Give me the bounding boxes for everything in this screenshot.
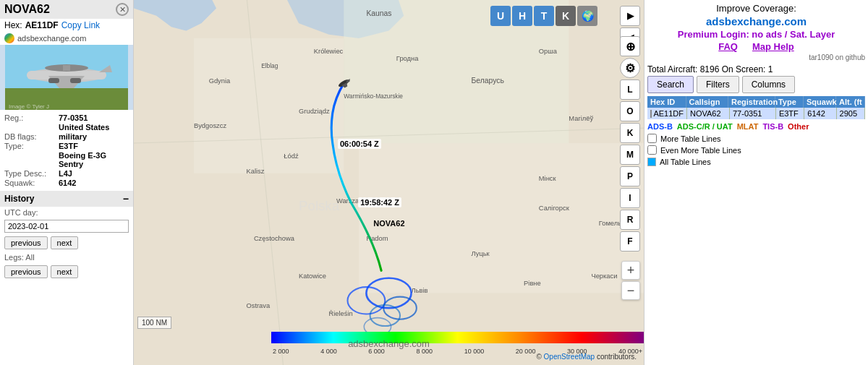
even-more-table-lines-row: Even More Table Lines [647, 145, 865, 155]
squawk-value: 6142 [59, 179, 76, 187]
osm-contributors: contributors. [595, 353, 637, 361]
svg-text:Warmińsko-Mazurskie: Warmińsko-Mazurskie [344, 93, 403, 100]
svg-text:Магілёў: Магілёў [569, 115, 593, 122]
alt-5: 20 000 [516, 348, 536, 355]
aircraft-header: NOVA62 ✕ [0, 0, 133, 19]
date-input[interactable] [4, 220, 129, 233]
all-table-lines-label: All Table Lines [660, 158, 711, 166]
btn-i-map[interactable]: I [620, 188, 640, 208]
legs-label: Legs: All [0, 252, 133, 263]
zoom-out-button[interactable]: − [621, 281, 640, 300]
td-squawk: 6142 [804, 108, 836, 119]
search-button[interactable]: Search [647, 76, 694, 93]
svg-text:Katowice: Katowice [299, 272, 326, 280]
premium-line: Premium Login: no ads / Sat. Layer [647, 29, 865, 40]
td-type: E3TF [776, 108, 804, 119]
btn-r-map[interactable]: R [620, 210, 640, 230]
more-table-lines-checkbox[interactable] [647, 134, 657, 143]
more-table-lines-label: More Table Lines [660, 134, 721, 143]
layers-icon-button[interactable]: ⊕ [620, 36, 640, 56]
svg-rect-7 [63, 65, 70, 71]
aircraft-title: NOVA62 [4, 3, 50, 16]
country-label [4, 123, 59, 132]
adsbexchange-link[interactable]: adsbexchange.com [647, 15, 865, 27]
next-button[interactable]: next [51, 236, 79, 249]
map-area[interactable]: Kaunas Gdynia Elblag Królewiec Bydgoszcz… [134, 0, 644, 365]
reg-value: 77-0351 [59, 113, 88, 122]
type-value: E3TF [59, 142, 78, 150]
btn-u[interactable]: U [490, 6, 511, 26]
history-header: History − [0, 191, 133, 207]
zoom-in-button[interactable]: + [621, 261, 640, 280]
td-registration: 77-0351 [730, 108, 776, 119]
svg-text:Рівне: Рівне [524, 280, 541, 287]
map-watermark: adsbexchange.com [348, 338, 430, 349]
svg-text:Салігорск: Салігорск [539, 205, 570, 212]
faq-help: FAQ Map Help [647, 41, 865, 52]
type-name-row: Boeing E-3G Sentry [4, 151, 129, 168]
faq-link[interactable]: FAQ [718, 41, 738, 52]
history-collapse-button[interactable]: − [123, 193, 129, 205]
map-help-link[interactable]: Map Help [752, 41, 794, 52]
arrow-right-button[interactable]: ▶ [620, 6, 640, 26]
svg-text:Луцьк: Луцьк [472, 250, 490, 257]
source-text: adsbexchange.com [17, 34, 86, 43]
columns-button[interactable]: Columns [742, 76, 795, 93]
hex-label: Hex: [4, 20, 22, 30]
btn-t[interactable]: T [534, 6, 554, 26]
svg-text:Беларусь: Беларусь [472, 77, 504, 85]
history-label: History [4, 194, 34, 204]
btn-l-map[interactable]: L [620, 80, 640, 100]
btn-h[interactable]: H [512, 6, 532, 26]
osm-text: © [536, 353, 543, 361]
osm-link[interactable]: OpenStreetMap [544, 353, 595, 361]
gear-button[interactable]: ⚙ [620, 58, 640, 78]
scale-label: 100 NM [142, 319, 167, 327]
svg-rect-12 [194, 38, 344, 173]
globe-btn[interactable]: 🌍 [577, 6, 597, 26]
google-icon [4, 33, 14, 43]
previous-button[interactable]: previous [4, 236, 48, 249]
letter-buttons: ⊕ ⚙ L O K M P I R F [620, 36, 640, 252]
alt-4: 10 000 [464, 348, 485, 355]
btn-p-map[interactable]: P [620, 166, 640, 186]
filters-button[interactable]: Filters [697, 76, 739, 93]
btn-k[interactable]: K [556, 6, 576, 26]
th-callsign: Callsign [686, 96, 728, 108]
svg-text:Bydgoszcz: Bydgoszcz [194, 122, 226, 129]
svg-text:Image © Tyler J: Image © Tyler J [9, 103, 49, 110]
squawk-row: Squawk: 6142 [4, 179, 129, 187]
legs-previous-button[interactable]: previous [4, 265, 48, 278]
btn-k-map[interactable]: K [620, 123, 640, 143]
legs-next-button[interactable]: next [51, 265, 79, 278]
svg-rect-8 [48, 78, 59, 83]
scale-bar: 100 NM [137, 317, 171, 329]
toolbar-row: Search Filters Columns [647, 76, 865, 93]
svg-rect-9 [70, 78, 81, 83]
table-data-row[interactable]: AE11DF NOVA62 77-0351 E3TF 6142 2905 [647, 108, 865, 119]
stats-line: Total Aircraft: 8196 On Screen: 1 [647, 64, 865, 74]
legend-mlat: MLAT [737, 122, 759, 131]
premium-link[interactable]: Premium Login: no ads / Sat. Layer [678, 29, 835, 40]
btn-o-map[interactable]: O [620, 101, 640, 121]
legend-adsb: ADS-B [647, 122, 673, 131]
svg-text:Kaunas: Kaunas [366, 9, 391, 17]
svg-text:Мінск: Мінск [539, 175, 557, 182]
btn-f-map[interactable]: F [620, 231, 640, 252]
btn-m-map[interactable]: M [620, 145, 640, 165]
details-table: Reg.: 77-0351 United States DB flags: mi… [0, 110, 133, 191]
dbflags-label: DB flags: [4, 132, 59, 141]
hex-line: Hex: AE11DF Copy Link [0, 19, 133, 32]
copy-link[interactable]: Copy Link [61, 20, 100, 30]
tar-link[interactable]: tar1090 on github [647, 53, 865, 61]
svg-text:Elblag: Elblag [261, 62, 278, 69]
checkboxes: More Table Lines Even More Table Lines [647, 134, 865, 155]
svg-rect-14 [359, 143, 644, 293]
svg-text:Kalisz: Kalisz [247, 168, 265, 175]
all-table-lines-color [647, 158, 656, 166]
source-line: adsbexchange.com [0, 32, 133, 45]
typedesc-row: Type Desc.: L4J [4, 169, 129, 178]
close-button[interactable]: ✕ [116, 3, 129, 16]
td-hex: AE11DF [647, 108, 687, 119]
even-more-table-lines-checkbox[interactable] [647, 145, 657, 155]
